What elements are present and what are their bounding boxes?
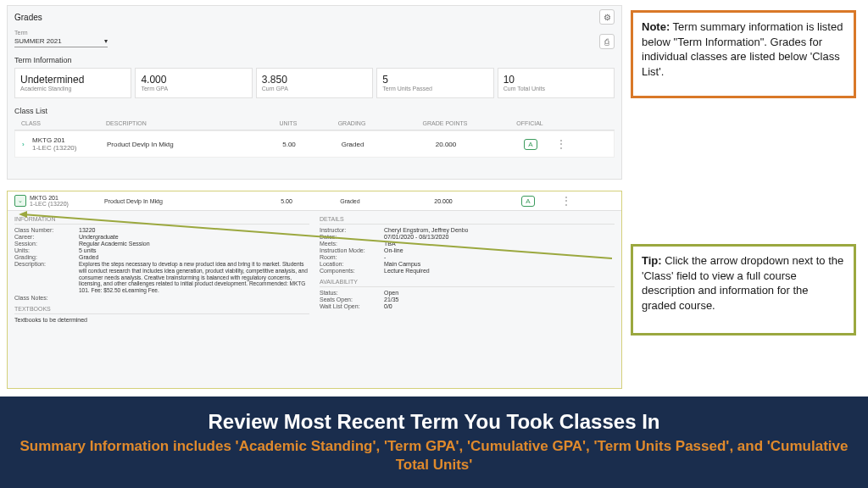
grades-panel: Grades ⚙ Term SUMMER 2021▾ ⎙ Term Inform… — [7, 5, 622, 180]
chevron-down-icon: ▾ — [104, 37, 108, 45]
table-row-expanded[interactable]: ⌄ MKTG 2011-LEC (13220) Product Devlp In… — [8, 191, 621, 211]
tip-callout: Tip: Click the arrow dropdown next to th… — [631, 244, 856, 336]
collapse-icon[interactable]: ⌄ — [14, 195, 26, 207]
more-icon[interactable]: ⋮ — [561, 195, 571, 207]
tile-term-units: 5Term Units Passed — [376, 68, 493, 98]
tile-academic-standing: UndeterminedAcademic Standing — [14, 68, 131, 98]
table-header: CLASS DESCRIPTION UNITS GRADING GRADE PO… — [14, 117, 615, 130]
term-select[interactable]: SUMMER 2021▾ — [14, 36, 108, 47]
tile-cum-gpa: 3.850Cum GPA — [256, 68, 373, 98]
term-label: Term — [14, 30, 108, 36]
expanded-class-panel: ⌄ MKTG 2011-LEC (13220) Product Devlp In… — [7, 191, 622, 389]
expand-icon[interactable]: › — [22, 141, 32, 148]
page-title: Grades — [14, 13, 42, 22]
footer-banner: Review Most Recent Term You Took Classes… — [0, 396, 868, 488]
footer-subtitle: Summary Information includes 'Academic S… — [17, 437, 851, 474]
table-row[interactable]: › MKTG 2011-LEC (13220) Product Devlp In… — [14, 130, 615, 158]
information-section: INFORMATION Class Number:13220 Career:Un… — [14, 216, 309, 323]
more-icon[interactable]: ⋮ — [556, 138, 566, 150]
grade-badge: A — [521, 196, 534, 207]
print-icon[interactable]: ⎙ — [599, 34, 615, 49]
details-section: DETAILS Instructor:Cheryl Engstrom, Jeff… — [320, 216, 615, 323]
tile-term-gpa: 4.000Term GPA — [135, 68, 252, 98]
term-tiles: UndeterminedAcademic Standing 4.000Term … — [8, 68, 621, 98]
gear-icon[interactable]: ⚙ — [599, 9, 615, 25]
textbooks-text: Textbooks to be determined — [14, 317, 309, 323]
term-info-heading: Term Information — [14, 56, 615, 64]
grade-badge: A — [524, 139, 537, 150]
tile-cum-units: 10Cum Total Units — [498, 68, 615, 98]
footer-title: Review Most Recent Term You Took Classes… — [208, 410, 659, 434]
note-callout: Note: Term summary information is listed… — [631, 10, 856, 98]
class-list-heading: Class List — [14, 107, 615, 115]
